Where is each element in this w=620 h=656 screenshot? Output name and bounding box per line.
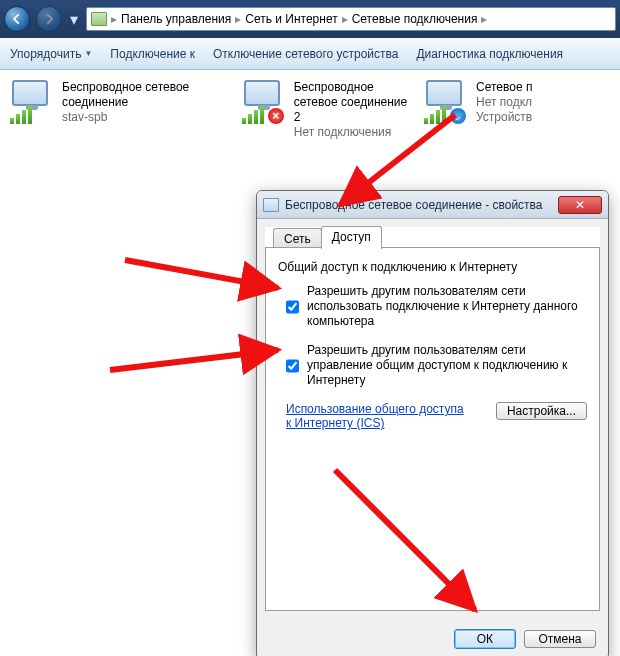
connection-text: Сетевое п Нет подкл Устройств bbox=[476, 80, 532, 140]
breadcrumb[interactable]: Сеть и Интернет bbox=[245, 12, 337, 26]
breadcrumb[interactable]: Сетевые подключения bbox=[352, 12, 478, 26]
dialog-footer: ОК Отмена bbox=[257, 619, 608, 656]
address-bar[interactable]: ▸ Панель управления ▸ Сеть и Интернет ▸ … bbox=[86, 7, 616, 31]
connection-sub: stav-spb bbox=[62, 110, 226, 125]
adapter-icon bbox=[263, 198, 279, 212]
breadcrumb-separator: ▸ bbox=[342, 12, 348, 26]
toolbar-connect[interactable]: Подключение к bbox=[110, 47, 195, 61]
connections-list: Беспроводное сетевое соединение stav-spb… bbox=[0, 70, 620, 144]
connection-title: Сетевое п bbox=[476, 80, 532, 95]
nav-history-dropdown[interactable]: ▾ bbox=[68, 10, 80, 29]
nav-forward-button[interactable] bbox=[36, 6, 62, 32]
tab-panel-sharing: Общий доступ к подключению к Интернету Р… bbox=[265, 247, 600, 611]
toolbar-label: Подключение к bbox=[110, 47, 195, 61]
connection-sub: Нет подключения bbox=[294, 125, 408, 140]
dialog-body: Сеть Доступ Общий доступ к подключению к… bbox=[265, 227, 600, 611]
ics-help-link[interactable]: Использование общего доступа к Интернету… bbox=[286, 402, 466, 430]
tab-sharing[interactable]: Доступ bbox=[321, 226, 382, 249]
connection-title: Беспроводное сетевое соединение bbox=[62, 80, 226, 110]
explorer-navbar: ▾ ▸ Панель управления ▸ Сеть и Интернет … bbox=[0, 0, 620, 38]
svg-line-2 bbox=[110, 350, 278, 370]
allow-control-label: Разрешить другим пользователям сети упра… bbox=[307, 343, 587, 388]
allow-control-row: Разрешить другим пользователям сети упра… bbox=[286, 343, 587, 388]
allow-connection-row: Разрешить другим пользователям сети испо… bbox=[286, 284, 587, 329]
settings-button[interactable]: Настройка... bbox=[496, 402, 587, 420]
chevron-down-icon: ▼ bbox=[84, 49, 92, 58]
connection-item[interactable]: Беспроводное сетевое соединение stav-spb bbox=[10, 80, 226, 140]
wifi-monitor-icon: × bbox=[242, 80, 288, 122]
allow-connection-label: Разрешить другим пользователям сети испо… bbox=[307, 284, 587, 329]
control-panel-icon bbox=[91, 12, 107, 26]
connection-text: Беспроводное сетевое соединение stav-spb bbox=[62, 80, 226, 140]
wifi-monitor-icon: ⌵ bbox=[424, 80, 470, 122]
connection-sub: Нет подкл bbox=[476, 95, 532, 110]
properties-dialog: Беспроводное сетевое соединение - свойст… bbox=[256, 190, 609, 656]
breadcrumb-separator: ▸ bbox=[111, 12, 117, 26]
ok-button[interactable]: ОК bbox=[454, 629, 516, 649]
close-icon: ✕ bbox=[575, 198, 585, 212]
bluetooth-icon: ⌵ bbox=[450, 108, 466, 124]
dialog-title: Беспроводное сетевое соединение - свойст… bbox=[285, 198, 543, 212]
toolbar-diagnose[interactable]: Диагностика подключения bbox=[416, 47, 563, 61]
allow-connection-checkbox[interactable] bbox=[286, 285, 299, 329]
breadcrumb-separator: ▸ bbox=[235, 12, 241, 26]
tab-label: Доступ bbox=[332, 230, 371, 244]
tab-label: Сеть bbox=[284, 232, 311, 246]
wifi-monitor-icon bbox=[10, 80, 56, 122]
breadcrumb-separator: ▸ bbox=[481, 12, 487, 26]
toolbar-label: Отключение сетевого устройства bbox=[213, 47, 398, 61]
dialog-titlebar[interactable]: Беспроводное сетевое соединение - свойст… bbox=[257, 191, 608, 219]
toolbar: Упорядочить ▼ Подключение к Отключение с… bbox=[0, 38, 620, 70]
tab-strip: Сеть Доступ bbox=[273, 226, 381, 249]
toolbar-organize[interactable]: Упорядочить ▼ bbox=[10, 47, 92, 61]
connection-item[interactable]: ⌵ Сетевое п Нет подкл Устройств bbox=[424, 80, 612, 140]
connection-item[interactable]: × Беспроводное сетевое соединение 2 Нет … bbox=[242, 80, 408, 140]
toolbar-label: Диагностика подключения bbox=[416, 47, 563, 61]
connection-text: Беспроводное сетевое соединение 2 Нет по… bbox=[294, 80, 408, 140]
toolbar-label: Упорядочить bbox=[10, 47, 81, 61]
sharing-section-title: Общий доступ к подключению к Интернету bbox=[278, 260, 587, 274]
nav-back-button[interactable] bbox=[4, 6, 30, 32]
allow-control-checkbox[interactable] bbox=[286, 344, 299, 388]
toolbar-disable[interactable]: Отключение сетевого устройства bbox=[213, 47, 398, 61]
cancel-button[interactable]: Отмена bbox=[524, 630, 596, 648]
content-area: Беспроводное сетевое соединение stav-spb… bbox=[0, 70, 620, 656]
connection-title: Беспроводное сетевое соединение 2 bbox=[294, 80, 408, 125]
breadcrumb[interactable]: Панель управления bbox=[121, 12, 231, 26]
disconnected-x-icon: × bbox=[268, 108, 284, 124]
connection-sub2: Устройств bbox=[476, 110, 532, 125]
close-button[interactable]: ✕ bbox=[558, 196, 602, 214]
